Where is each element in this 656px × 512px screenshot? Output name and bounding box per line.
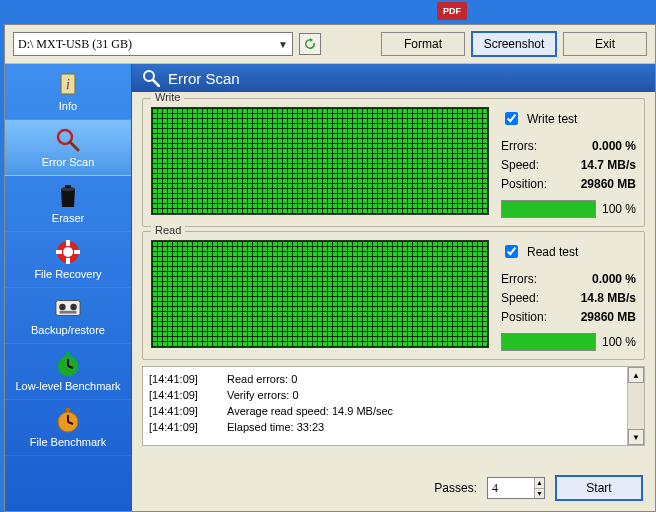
write-group: Write Write test Errors:0.000 % Speed:14… xyxy=(142,98,645,227)
read-progress-pct: 100 % xyxy=(602,335,636,349)
read-test-checkbox[interactable]: Read test xyxy=(501,242,636,261)
footer: Passes: ▲ ▼ Start xyxy=(132,469,655,511)
sidebar-item-info[interactable]: i Info xyxy=(5,64,131,120)
svg-point-13 xyxy=(59,304,66,311)
svg-rect-5 xyxy=(65,185,71,188)
read-grid xyxy=(151,240,489,348)
desktop-pdf-badge: PDF xyxy=(437,2,467,20)
info-icon: i xyxy=(55,71,81,97)
log-panel: [14:41:09]Read errors: 0 [14:41:09]Verif… xyxy=(142,366,645,446)
svg-rect-9 xyxy=(66,258,70,264)
scroll-down-icon[interactable]: ▼ xyxy=(628,429,644,445)
sidebar-item-eraser[interactable]: Eraser xyxy=(5,176,131,232)
trash-icon xyxy=(55,183,81,209)
magnifier-icon xyxy=(142,69,160,87)
sidebar-item-label: Backup/restore xyxy=(31,324,105,336)
sidebar-item-label: Low-level Benchmark xyxy=(15,380,120,392)
svg-text:i: i xyxy=(66,77,70,92)
write-progress xyxy=(501,200,596,218)
log-line: [14:41:09]Read errors: 0 xyxy=(149,371,621,387)
read-test-checkbox-input[interactable] xyxy=(505,245,518,258)
passes-up-icon[interactable]: ▲ xyxy=(535,478,544,489)
sidebar-item-file-benchmark[interactable]: File Benchmark xyxy=(5,400,131,456)
refresh-icon xyxy=(304,38,316,50)
sidebar-item-backup-restore[interactable]: Backup/restore xyxy=(5,288,131,344)
svg-point-7 xyxy=(63,247,73,257)
svg-rect-10 xyxy=(56,250,62,254)
tape-icon xyxy=(55,295,81,321)
svg-line-25 xyxy=(153,80,159,86)
svg-line-3 xyxy=(70,142,78,150)
read-readout: Read test Errors:0.000 % Speed:14.8 MB/s… xyxy=(501,240,636,351)
svg-rect-8 xyxy=(66,240,70,246)
read-position-value: 29860 MB xyxy=(581,310,636,324)
write-test-checkbox-input[interactable] xyxy=(505,112,518,125)
log-line: [14:41:09]Average read speed: 14.9 MB/se… xyxy=(149,403,621,419)
passes-stepper[interactable]: ▲ ▼ xyxy=(487,477,545,499)
sidebar-item-low-level-benchmark[interactable]: Low-level Benchmark xyxy=(5,344,131,400)
svg-rect-15 xyxy=(60,311,77,314)
write-readout: Write test Errors:0.000 % Speed:14.7 MB/… xyxy=(501,107,636,218)
log-list: [14:41:09]Read errors: 0 [14:41:09]Verif… xyxy=(143,367,627,445)
sidebar-item-label: File Benchmark xyxy=(30,436,106,448)
sidebar-item-label: File Recovery xyxy=(34,268,101,280)
svg-rect-17 xyxy=(66,352,70,356)
write-group-title: Write xyxy=(151,92,184,103)
sidebar-item-label: Error Scan xyxy=(42,156,95,168)
svg-rect-21 xyxy=(66,408,70,412)
lifebuoy-icon xyxy=(55,239,81,265)
passes-input[interactable] xyxy=(488,478,534,498)
drive-select[interactable]: D:\ MXT-USB (31 GB) ▼ xyxy=(13,32,293,56)
panels: Write Write test Errors:0.000 % Speed:14… xyxy=(132,92,655,469)
svg-rect-11 xyxy=(74,250,80,254)
refresh-button[interactable] xyxy=(299,33,321,55)
main-area: i Info Error Scan Eraser File xyxy=(5,64,655,511)
chevron-down-icon: ▼ xyxy=(278,39,288,50)
app-window: D:\ MXT-USB (31 GB) ▼ Format Screenshot … xyxy=(4,24,656,512)
svg-point-14 xyxy=(70,304,77,311)
page-title: Error Scan xyxy=(168,70,240,87)
read-group: Read Read test Errors:0.000 % Speed:14.8… xyxy=(142,231,645,360)
write-position-value: 29860 MB xyxy=(581,177,636,191)
scroll-up-icon[interactable]: ▲ xyxy=(628,367,644,383)
write-progress-pct: 100 % xyxy=(602,202,636,216)
passes-down-icon[interactable]: ▼ xyxy=(535,489,544,499)
write-speed-value: 14.7 MB/s xyxy=(581,158,636,172)
stopwatch-orange-icon xyxy=(55,407,81,433)
read-speed-value: 14.8 MB/s xyxy=(581,291,636,305)
magnifier-icon xyxy=(55,127,81,153)
sidebar-item-error-scan[interactable]: Error Scan xyxy=(5,120,131,176)
sidebar: i Info Error Scan Eraser File xyxy=(5,64,132,511)
sidebar-item-file-recovery[interactable]: File Recovery xyxy=(5,232,131,288)
exit-button[interactable]: Exit xyxy=(563,32,647,56)
passes-label: Passes: xyxy=(434,481,477,495)
sidebar-item-label: Eraser xyxy=(52,212,84,224)
write-grid xyxy=(151,107,489,215)
sidebar-item-label: Info xyxy=(59,100,77,112)
drive-select-value: D:\ MXT-USB (31 GB) xyxy=(18,37,132,52)
start-button[interactable]: Start xyxy=(555,475,643,501)
log-scrollbar[interactable]: ▲ ▼ xyxy=(627,367,644,445)
page-banner: Error Scan xyxy=(132,64,655,92)
read-progress xyxy=(501,333,596,351)
log-line: [14:41:09]Elapsed time: 33:23 xyxy=(149,419,621,435)
write-test-checkbox[interactable]: Write test xyxy=(501,109,636,128)
screenshot-button[interactable]: Screenshot xyxy=(471,31,557,57)
write-errors-value: 0.000 % xyxy=(592,139,636,153)
log-line: [14:41:09]Verify errors: 0 xyxy=(149,387,621,403)
format-button[interactable]: Format xyxy=(381,32,465,56)
stopwatch-icon xyxy=(55,351,81,377)
content: Error Scan Write Write test Errors:0.000… xyxy=(132,64,655,511)
read-group-title: Read xyxy=(151,224,185,236)
read-errors-value: 0.000 % xyxy=(592,272,636,286)
toolbar: D:\ MXT-USB (31 GB) ▼ Format Screenshot … xyxy=(5,25,655,64)
